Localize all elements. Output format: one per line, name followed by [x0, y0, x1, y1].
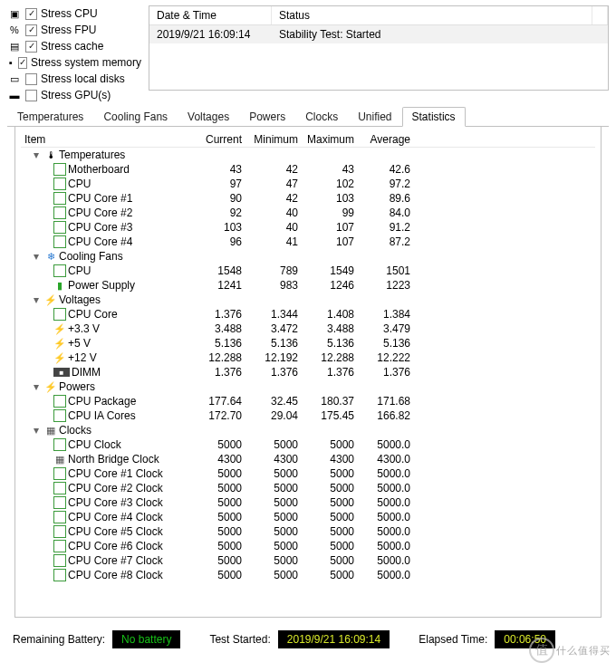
cell-minimum: 1.376	[245, 365, 302, 379]
cache-icon: ▤	[7, 39, 22, 53]
cell-current: 1241	[195, 278, 245, 293]
cell-minimum: 47	[245, 177, 302, 191]
grid-header-average[interactable]: Average	[358, 132, 414, 147]
data-row[interactable]: ■DIMM1.3761.3761.3761.376	[21, 365, 595, 379]
cell-maximum: 103	[302, 191, 358, 206]
cell-maximum: 5000	[302, 524, 358, 539]
cell-current: 5000	[195, 553, 245, 568]
cell-average: 1223	[358, 278, 414, 293]
cell-current: 5000	[195, 524, 245, 539]
cell-minimum: 40	[245, 206, 302, 220]
checkbox[interactable]	[18, 57, 27, 69]
tab-temperatures[interactable]: Temperatures	[7, 107, 93, 127]
item-label: +5 V	[68, 337, 91, 350]
cell-average: 5000.0	[358, 553, 414, 568]
item-label: CPU Core #2 Clock	[68, 482, 163, 494]
category-row[interactable]: ▾⚡Powers	[21, 379, 595, 394]
category-label: Cooling Fans	[59, 250, 123, 263]
cell-minimum: 5000	[245, 466, 302, 481]
watermark-icon: 值	[529, 638, 554, 663]
gpu-icon: ▬	[7, 88, 22, 102]
data-row[interactable]: CPU974710297.2	[21, 177, 595, 191]
data-row[interactable]: CPU Package177.6432.45180.37171.68	[21, 394, 595, 408]
data-row[interactable]: CPU Core #5 Clock5000500050005000.0	[21, 524, 595, 539]
grid-header-current[interactable]: Current	[195, 132, 245, 147]
data-row[interactable]: ▮Power Supply124198312461223	[21, 278, 595, 293]
data-row[interactable]: ▦North Bridge Clock4300430043004300.0	[21, 452, 595, 466]
cell-current: 96	[195, 235, 245, 249]
tab-bar: TemperaturesCooling FansVoltagesPowersCl…	[7, 107, 609, 127]
cell-maximum: 12.288	[302, 350, 358, 365]
cell-current: 5000	[195, 568, 245, 582]
data-row[interactable]: CPU Core #31034010791.2	[21, 220, 595, 235]
category-row[interactable]: ▾▦Clocks	[21, 423, 595, 437]
tab-powers[interactable]: Powers	[239, 107, 295, 127]
item-label: North Bridge Clock	[68, 453, 159, 466]
cell-minimum: 5.136	[245, 336, 302, 350]
category-row[interactable]: ▾⚡Voltages	[21, 293, 595, 307]
data-row[interactable]: CPU Core #1904210389.6	[21, 191, 595, 206]
stress-option: ▭Stress local disks	[7, 71, 141, 87]
checkbox[interactable]	[25, 24, 37, 36]
tab-voltages[interactable]: Voltages	[178, 107, 239, 127]
data-row[interactable]: CPU Core1.3761.3441.4081.384	[21, 307, 595, 322]
fan-icon: ❄	[44, 250, 57, 263]
stress-label: Stress CPU	[41, 7, 98, 20]
data-row[interactable]: ⚡+3.3 V3.4883.4723.4883.479	[21, 322, 595, 336]
status-log[interactable]: Date & Time Status 2019/9/21 16:09:14 St…	[149, 5, 609, 91]
cell-maximum: 5000	[302, 481, 358, 495]
data-row[interactable]: Motherboard43424342.6	[21, 162, 595, 177]
stress-label: Stress cache	[41, 40, 103, 53]
checkbox[interactable]	[25, 41, 37, 53]
item-label: CPU Core #4 Clock	[68, 511, 163, 523]
data-row[interactable]: CPU Core #2 Clock5000500050005000.0	[21, 481, 595, 495]
grid-header-minimum[interactable]: Minimum	[245, 132, 302, 147]
status-header-datetime[interactable]: Date & Time	[149, 6, 272, 24]
grid-header[interactable]: Item Current Minimum Maximum Average	[21, 132, 595, 148]
battery-value: No battery	[112, 630, 180, 648]
collapse-icon[interactable]: ▾	[34, 149, 43, 161]
tab-clocks[interactable]: Clocks	[295, 107, 348, 127]
cell-current: 1548	[195, 264, 245, 278]
cell-current: 5000	[195, 495, 245, 510]
checkbox[interactable]	[25, 8, 37, 20]
collapse-icon[interactable]: ▾	[34, 380, 43, 393]
cell-average: 5.136	[358, 336, 414, 350]
status-row[interactable]: 2019/9/21 16:09:14 Stability Test: Start…	[149, 25, 608, 43]
grid-header-item[interactable]: Item	[21, 132, 195, 147]
data-row[interactable]: CPU Core #292409984.0	[21, 206, 595, 220]
chip-icon	[53, 192, 66, 205]
tab-cooling-fans[interactable]: Cooling Fans	[93, 107, 178, 127]
cell-average: 5000.0	[358, 437, 414, 452]
grid-header-maximum[interactable]: Maximum	[302, 132, 358, 147]
checkbox[interactable]	[25, 90, 37, 101]
data-row[interactable]: CPU Core #3 Clock5000500050005000.0	[21, 495, 595, 510]
cell-maximum: 5000	[302, 437, 358, 452]
data-row[interactable]: ⚡+12 V12.28812.19212.28812.222	[21, 350, 595, 365]
data-row[interactable]: CPU154878915491501	[21, 264, 595, 278]
data-row[interactable]: CPU IA Cores172.7029.04175.45166.82	[21, 408, 595, 423]
tab-unified[interactable]: Unified	[348, 107, 401, 127]
data-row[interactable]: CPU Core #7 Clock5000500050005000.0	[21, 553, 595, 568]
data-row[interactable]: CPU Core #1 Clock5000500050005000.0	[21, 466, 595, 481]
item-label: Power Supply	[68, 279, 135, 292]
cell-average: 97.2	[358, 177, 414, 191]
checkbox[interactable]	[25, 73, 37, 85]
collapse-icon[interactable]: ▾	[34, 293, 43, 306]
data-row[interactable]: CPU Core #4 Clock5000500050005000.0	[21, 510, 595, 524]
data-row[interactable]: CPU Core #8 Clock5000500050005000.0	[21, 568, 595, 582]
data-row[interactable]: CPU Clock5000500050005000.0	[21, 437, 595, 452]
collapse-icon[interactable]: ▾	[34, 250, 43, 263]
cell-current: 5000	[195, 437, 245, 452]
tab-statistics[interactable]: Statistics	[402, 107, 466, 127]
data-row[interactable]: CPU Core #6 Clock5000500050005000.0	[21, 539, 595, 553]
chip-icon	[53, 395, 66, 408]
cell-average: 5000.0	[358, 495, 414, 510]
data-row[interactable]: ⚡+5 V5.1365.1365.1365.136	[21, 336, 595, 350]
status-header-status[interactable]: Status	[272, 6, 592, 24]
category-row[interactable]: ▾🌡Temperatures	[21, 148, 595, 162]
data-row[interactable]: CPU Core #4964110787.2	[21, 235, 595, 249]
cell-minimum: 1.344	[245, 307, 302, 322]
collapse-icon[interactable]: ▾	[34, 424, 43, 437]
category-row[interactable]: ▾❄Cooling Fans	[21, 249, 595, 264]
